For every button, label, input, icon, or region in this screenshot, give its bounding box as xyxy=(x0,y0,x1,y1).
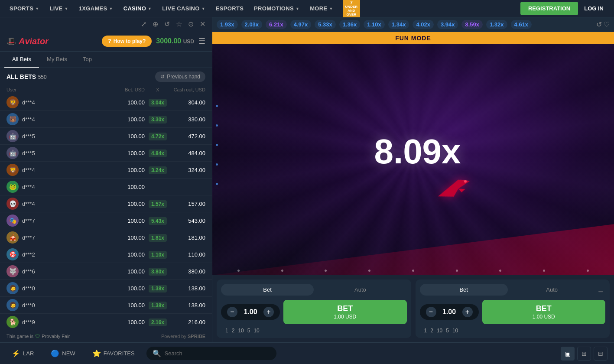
quick-10b[interactable]: 10 xyxy=(253,328,259,334)
multiplier-chip[interactable]: 6.21x xyxy=(266,20,287,29)
close-icon[interactable]: ✕ xyxy=(200,20,205,28)
quick-10[interactable]: 10 xyxy=(238,328,244,334)
multiplier-chip[interactable]: 1.36x xyxy=(339,20,361,29)
multiplier-chip[interactable]: 3.94x xyxy=(437,20,458,29)
bets-title-group: ALL BETS 550 xyxy=(6,73,47,81)
bet-amount: 100.00 xyxy=(110,150,145,156)
bets-tabs: All Bets My Bets Top xyxy=(0,52,212,68)
left-bet-button[interactable]: BET 1.00 USD xyxy=(283,300,407,324)
multiplier-chip[interactable]: 1.93x xyxy=(217,20,238,29)
layout-buttons: ▣ ⊞ ⊟ xyxy=(561,347,608,361)
tab-all-bets[interactable]: All Bets xyxy=(4,52,39,68)
expand-icon[interactable]: ⤢ xyxy=(141,20,146,28)
multiplier-chip[interactable]: 1.32x xyxy=(486,20,507,29)
multiplier-chip[interactable]: 5.33x xyxy=(315,20,336,29)
col-bet-header: Bet, USD xyxy=(110,87,145,92)
quick-2[interactable]: 2 xyxy=(232,328,235,334)
tab-top[interactable]: Top xyxy=(75,52,100,68)
multiplier-badge: 3.80x xyxy=(145,267,171,275)
cashout-amount: 380.00 xyxy=(171,268,205,275)
right-bet-tab[interactable]: Bet xyxy=(420,284,508,296)
bet-panels: Bet Auto − 1.00 + BET 1.00 USD 1 xyxy=(212,275,614,342)
multiplier-chip[interactable]: 1.34x xyxy=(388,20,409,29)
multiplier-chip[interactable]: 4.61x xyxy=(511,20,532,29)
quick-1[interactable]: 1 xyxy=(225,328,228,334)
cashout-amount: 304.00 xyxy=(171,99,205,106)
multiplier-badge: 1.38x xyxy=(145,284,171,292)
cashout-amount: 138.00 xyxy=(171,302,205,309)
left-increase-button[interactable]: + xyxy=(263,307,274,317)
right-decrease-button[interactable]: − xyxy=(426,307,436,317)
left-decrease-button[interactable]: − xyxy=(227,307,237,317)
avatar: 🎪 xyxy=(6,231,19,244)
left-auto-tab[interactable]: Auto xyxy=(314,284,406,296)
nav-casino[interactable]: CASINO ▼ xyxy=(118,0,157,17)
panel-header: 🎩 Aviator ? How to play? 3000.00 USD ☰ xyxy=(0,31,212,52)
dot xyxy=(281,270,283,272)
right-bet-button[interactable]: BET 1.00 USD xyxy=(482,300,606,324)
r-quick-1[interactable]: 1 xyxy=(424,328,427,334)
refresh-icon[interactable]: ↺ xyxy=(164,20,170,28)
multiplier-chip[interactable]: 8.59x xyxy=(461,20,483,29)
nav-promotions[interactable]: PROMOTIONS ▼ xyxy=(249,0,305,17)
bottom-new[interactable]: 🔵 NEW xyxy=(45,346,80,361)
hamburger-icon[interactable]: ☰ xyxy=(198,36,205,46)
multiplier-scroll[interactable]: ↺ ♡ xyxy=(596,20,610,29)
side-dot xyxy=(216,124,218,127)
multiplier-chip[interactable]: 1.10x xyxy=(364,20,385,29)
user-name: d***6 xyxy=(22,268,110,275)
table-row: 🐺d***6100.003.80x380.00 xyxy=(0,263,212,280)
nav-1xgames[interactable]: 1XGAMES ▼ xyxy=(74,0,118,17)
r-quick-2[interactable]: 2 xyxy=(430,328,433,334)
nav-live-casino[interactable]: LIVE CASINO ▼ xyxy=(157,0,211,17)
multiplier-chip[interactable]: 2.03x xyxy=(241,20,263,29)
nav-more[interactable]: MORE ▼ xyxy=(305,0,338,17)
multiplier-badge: 1.57x xyxy=(145,200,171,208)
cashout-amount: 324.00 xyxy=(171,167,205,173)
previous-hand-button[interactable]: ↺ Previous hand xyxy=(155,72,205,82)
bet-amount: 100.00 xyxy=(110,218,145,224)
registration-button[interactable]: REGISTRATION xyxy=(520,2,578,15)
how-to-play-button[interactable]: ? How to play? xyxy=(102,36,152,47)
dot xyxy=(325,270,327,272)
side-dot xyxy=(216,183,218,185)
login-button[interactable]: LOG IN xyxy=(578,2,610,15)
user-name: d***7 xyxy=(22,218,110,224)
nav-live[interactable]: LIVE ▼ xyxy=(44,0,73,17)
r-quick-5[interactable]: 5 xyxy=(446,328,449,334)
move-icon[interactable]: ⊕ xyxy=(153,20,158,28)
left-bet-tab[interactable]: Bet xyxy=(221,284,314,296)
r-quick-10b[interactable]: 10 xyxy=(452,328,458,334)
layout-double-button[interactable]: ⊞ xyxy=(577,347,591,361)
right-panel-collapse[interactable]: − xyxy=(596,285,605,299)
right-auto-tab[interactable]: Auto xyxy=(508,284,596,296)
layout-grid-button[interactable]: ⊟ xyxy=(594,347,608,361)
quick-5[interactable]: 5 xyxy=(247,328,250,334)
nav-esports[interactable]: ESPORTS xyxy=(211,0,249,17)
right-stepper: − 1.00 + xyxy=(420,304,479,320)
nav-sports[interactable]: SPORTS ▼ xyxy=(4,0,44,17)
r-quick-10[interactable]: 10 xyxy=(437,328,442,334)
dot xyxy=(368,270,370,272)
avatar: 🤖 xyxy=(6,130,19,142)
bet-amount: 100.00 xyxy=(110,99,145,106)
multiplier-chip[interactable]: 4.97x xyxy=(290,20,312,29)
live-arrow: ▼ xyxy=(65,6,68,11)
tab-my-bets[interactable]: My Bets xyxy=(39,52,75,68)
right-increase-button[interactable]: + xyxy=(462,307,473,317)
avatar: 🧔 xyxy=(6,299,19,311)
bet-amount: 100.00 xyxy=(110,302,145,309)
col-x-header: X xyxy=(145,87,171,92)
dot xyxy=(499,270,501,272)
user-name: d***0 xyxy=(22,285,110,292)
search-input[interactable] xyxy=(165,350,270,357)
bottom-favorites[interactable]: ⭐ FAVORITES xyxy=(87,346,140,361)
user-icon[interactable]: ⊙ xyxy=(188,20,194,28)
bet-amount: 100.00 xyxy=(110,184,145,190)
bottom-popular[interactable]: ⚡ LAR xyxy=(6,346,39,361)
new-icon: 🔵 xyxy=(51,349,59,358)
star-icon[interactable]: ☆ xyxy=(176,20,182,28)
avatar: 🤖 xyxy=(6,147,19,159)
layout-single-button[interactable]: ▣ xyxy=(561,347,575,361)
multiplier-chip[interactable]: 4.02x xyxy=(413,20,434,29)
